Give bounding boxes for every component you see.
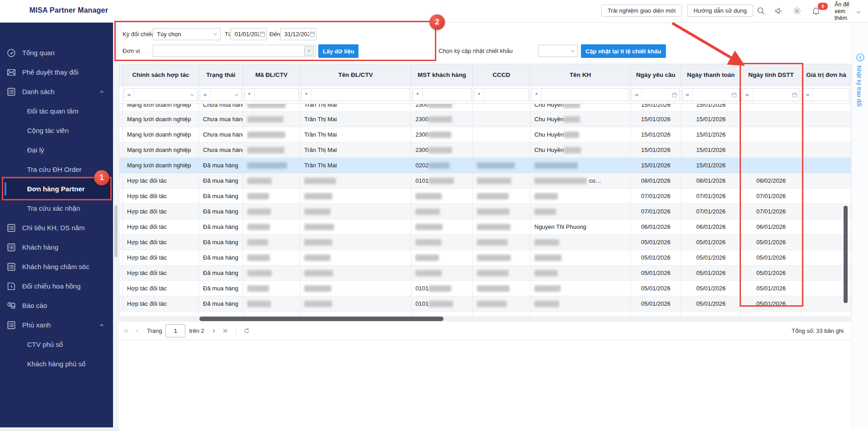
gear-icon[interactable] (793, 6, 802, 15)
filter-operator[interactable]: * (532, 89, 542, 101)
table-row[interactable]: Mạng lưới doanh nghiệpĐã mua hàngTrần Th… (119, 158, 851, 173)
to-date-field[interactable] (280, 28, 316, 40)
sidebar-item--n-h-ng-partner[interactable]: Đơn hàng Partner (0, 179, 113, 199)
column-header[interactable]: Ngày tính DSTT (741, 64, 802, 86)
calendar-icon[interactable] (259, 31, 266, 38)
column-header[interactable] (119, 64, 123, 86)
chat-log-tab[interactable]: Nhật ký trao đổi (856, 66, 863, 107)
column-header[interactable]: Trạng thái (199, 64, 243, 86)
reconcile-period-select[interactable]: Tùy chọn (153, 28, 221, 40)
column-header[interactable]: Tên ĐL/CTV (300, 64, 411, 86)
column-filter[interactable]: = (742, 88, 800, 101)
column-filter[interactable]: * (531, 88, 629, 101)
sidebar-item-danh-s-ch[interactable]: Danh sách (0, 82, 113, 101)
collapse-panel-icon[interactable] (856, 53, 865, 62)
table-row[interactable]: Mạng lưới doanh nghiệpChưa mua hàngTrần … (119, 112, 851, 127)
sidebar-item-ch-ti-u-kh-ds-n-m[interactable]: Chỉ tiêu KH, DS năm (0, 218, 113, 237)
filter-operator[interactable]: * (474, 89, 484, 101)
column-header[interactable]: Ngày thanh toán (681, 64, 741, 86)
filter-operator[interactable]: = (632, 89, 642, 101)
column-header[interactable]: Mã ĐL/CTV (243, 64, 300, 86)
table-row[interactable]: Hợp tác đối tácĐã mua hàng05/01/202605/0… (119, 235, 851, 250)
refresh-icon[interactable] (241, 325, 253, 337)
sidebar-item-b-o-c-o[interactable]: Báo cáo (0, 296, 113, 315)
column-filter[interactable]: = (682, 88, 740, 101)
page-number-input[interactable] (165, 324, 185, 337)
column-filter[interactable]: * (412, 88, 472, 101)
table-row[interactable]: Hợp tác đối tácĐã mua hàng05/01/202605/0… (119, 265, 851, 281)
column-filter[interactable]: * (301, 88, 410, 101)
table-row[interactable]: Mạng lưới doanh nghiệpChưa mua hàngTrần … (119, 142, 851, 158)
filter-operator[interactable]: = (683, 89, 693, 101)
column-filter[interactable]: = (200, 88, 242, 101)
sidebar-scrollbar-thumb[interactable] (114, 205, 118, 257)
last-page-icon[interactable] (220, 325, 231, 337)
unit-combo[interactable] (153, 45, 316, 57)
filter-operator[interactable]: = (200, 89, 210, 101)
table-row[interactable]: Hợp tác đối tácĐã mua hàng010105/01/2026… (119, 296, 851, 312)
column-header[interactable]: Chính sách hợp tác (123, 64, 199, 86)
table-row[interactable]: Hợp tác đối tácĐã mua hàng07/01/202607/0… (119, 204, 851, 219)
sidebar-item--i-l-[interactable]: Đại lý (0, 140, 113, 160)
sidebar-scrollbar[interactable] (113, 22, 119, 428)
column-filter[interactable]: * (474, 88, 529, 101)
column-header[interactable]: Ngày yêu cầu (631, 64, 681, 86)
calendar-icon[interactable] (309, 31, 316, 38)
filter-operator[interactable]: * (302, 89, 311, 101)
sidebar-item-kh-ch-h-ng-ph-s-[interactable]: Khách hàng phủ số (0, 354, 113, 374)
table-row[interactable]: Hợp tác đối tácĐã mua hàng010105/01/2026… (119, 281, 851, 296)
vertical-scrollbar-thumb[interactable] (844, 206, 848, 303)
column-header[interactable]: Giá trị đơn hà (802, 64, 851, 86)
sidebar-item-ctv-ph-s-[interactable]: CTV phủ số (0, 335, 113, 354)
to-date-input[interactable] (281, 31, 309, 38)
update-discount-button[interactable]: Cập nhật lại tỉ lệ chiết khấu (581, 44, 666, 58)
chevron-down-icon[interactable] (231, 89, 241, 101)
filter-operator[interactable]: = (124, 89, 134, 101)
sidebar-item--i-t-c-quan-t-m[interactable]: Đối tác quan tâm (0, 101, 113, 121)
sidebar-item-tra-c-u-h-order[interactable]: Tra cứu ĐH Order (0, 160, 113, 179)
chevron-down-icon[interactable] (855, 9, 862, 15)
search-icon[interactable] (756, 6, 765, 15)
column-header[interactable]: Tên KH (530, 64, 631, 86)
column-filter[interactable]: = (802, 88, 850, 101)
table-row[interactable]: Hợp tác đối tácĐã mua hàng07/01/202607/0… (119, 189, 851, 204)
get-data-button[interactable]: Lấy dữ liệu (318, 44, 359, 58)
filter-operator[interactable]: = (803, 89, 813, 101)
calendar-icon[interactable] (670, 89, 679, 101)
sidebar-item--i-chi-u-hoa-h-ng[interactable]: Đối chiếu hoa hồng (0, 276, 113, 296)
new-ui-button[interactable]: Trải nghiệm giao diện mới (601, 5, 682, 17)
horizontal-scrollbar[interactable] (119, 316, 851, 322)
column-filter[interactable]: = (124, 88, 198, 101)
filter-operator[interactable]: * (245, 89, 255, 101)
column-header[interactable]: MST khách hàng (411, 64, 473, 86)
sidebar-item-ph-duy-t-thay-i[interactable]: Phê duyệt thay đổi (0, 62, 113, 82)
sidebar-item-kh-ch-h-ng[interactable]: Khách hàng (0, 237, 113, 257)
combo-dropdown-button[interactable] (304, 46, 314, 56)
column-header[interactable]: CCCD (473, 64, 530, 86)
sidebar-item-tra-c-u-x-c-nh-n[interactable]: Tra cứu xác nhận (0, 199, 113, 218)
sidebar-item-c-ng-t-c-vi-n[interactable]: Cộng tác viên (0, 121, 113, 140)
sidebar-item-kh-ch-h-ng-ch-m-s-c[interactable]: Khách hàng chăm sóc (0, 257, 113, 276)
sidebar-item-t-ng-quan[interactable]: Tổng quan (0, 43, 113, 62)
chevron-down-icon[interactable] (187, 89, 197, 101)
from-date-input[interactable] (231, 31, 259, 38)
table-row[interactable]: Mạng lưới doanh nghiệpChưa mua hàngTrần … (119, 127, 851, 142)
column-filter[interactable]: = (632, 88, 680, 101)
calendar-icon[interactable] (729, 89, 739, 101)
table-row[interactable]: Hợp tác đối tácĐã mua hàng05/01/202605/0… (119, 250, 851, 265)
table-row[interactable]: Hợp tác đối tácĐã mua hàng0101co…08/01/2… (119, 173, 851, 189)
sidebar-item-ph-xanh[interactable]: Phủ xanh (0, 315, 113, 335)
table-row[interactable]: Hợp tác đối tácĐã mua hàngNguyen Thi Phu… (119, 219, 851, 235)
user-guide-button[interactable]: Hướng dẫn sử dụng (687, 5, 753, 17)
next-page-icon[interactable] (208, 325, 220, 337)
table-row[interactable]: Mạng lưới doanh nghiệpChưa mua hàngTrần … (119, 104, 851, 112)
first-page-icon[interactable] (120, 325, 132, 337)
filter-operator[interactable]: * (413, 89, 423, 101)
from-date-field[interactable] (231, 28, 267, 40)
calendar-icon[interactable] (790, 89, 800, 101)
megaphone-icon[interactable] (774, 6, 783, 15)
horizontal-scrollbar-thumb[interactable] (199, 317, 443, 321)
column-filter[interactable]: * (244, 88, 299, 101)
discount-period-select[interactable] (538, 45, 578, 57)
filter-operator[interactable]: = (742, 89, 752, 101)
